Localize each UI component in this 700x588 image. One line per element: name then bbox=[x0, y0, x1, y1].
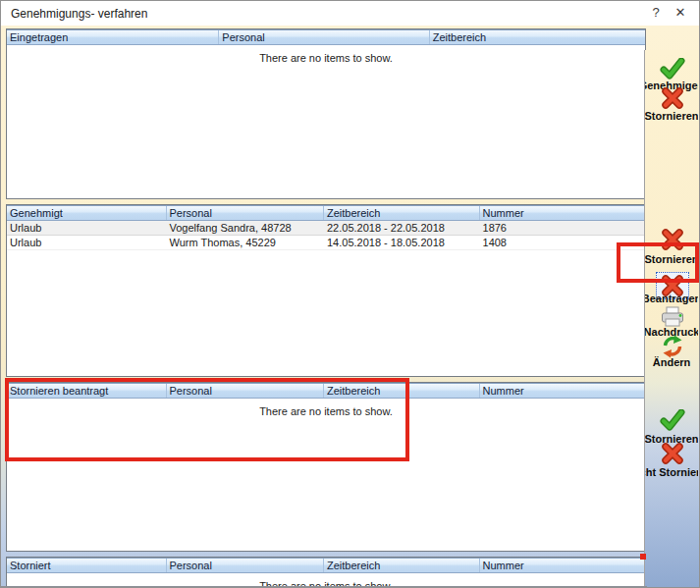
column-header[interactable]: Genehmigt bbox=[7, 206, 167, 220]
column-header[interactable]: Nummer bbox=[480, 384, 645, 398]
column-header[interactable]: Nummer bbox=[480, 559, 645, 572]
column-header[interactable]: Personal bbox=[167, 559, 325, 572]
table-row[interactable]: UrlaubWurm Thomas, 4522914.05.2018 - 18.… bbox=[7, 236, 645, 250]
column-header[interactable]: Zeitbereich bbox=[324, 559, 480, 572]
close-button[interactable]: ✕ bbox=[670, 5, 691, 23]
table-header: GenehmigtPersonalZeitbereichNummer bbox=[7, 205, 645, 221]
sidebar-button-label-beantragen[interactable]: Beantragen bbox=[645, 293, 698, 305]
table-cell: Vogelfang Sandra, 48728 bbox=[167, 221, 325, 235]
approval-window: Genehmigungs- verfahren ? ✕ EingetragenP… bbox=[0, 0, 700, 588]
column-header[interactable]: Storniert bbox=[7, 559, 167, 572]
table-cell: 22.05.2018 - 22.05.2018 bbox=[324, 221, 480, 235]
check-icon-genehmigen[interactable] bbox=[660, 58, 685, 80]
table-genehmigt: GenehmigtPersonalZeitbereichNummerUrlaub… bbox=[6, 204, 646, 377]
column-header[interactable]: Nummer bbox=[480, 206, 645, 220]
table-header: StorniertPersonalZeitbereichNummer bbox=[7, 558, 645, 573]
printer-icon-nachdruck[interactable] bbox=[660, 306, 685, 328]
action-sidebar: GenehmigenStornierenStornierenBeantragen… bbox=[644, 50, 699, 587]
content-area: EingetragenPersonalZeitbereichThere are … bbox=[1, 26, 699, 587]
help-button[interactable]: ? bbox=[645, 5, 667, 23]
sidebar-button-label-aendern[interactable]: Ändern bbox=[645, 356, 698, 369]
column-header[interactable]: Zeitbereich bbox=[430, 30, 645, 44]
column-header[interactable]: Zeitbereich bbox=[324, 206, 480, 220]
cross-icon-nicht-stornieren[interactable] bbox=[661, 443, 684, 464]
column-header[interactable]: Eingetragen bbox=[7, 30, 219, 44]
table-cell: Urlaub bbox=[7, 221, 167, 235]
sidebar-button-label-nicht-stornieren[interactable]: nicht Stornieren bbox=[645, 466, 698, 479]
change-icon-aendern[interactable] bbox=[661, 335, 684, 358]
table-header: EingetragenPersonalZeitbereich bbox=[7, 29, 645, 45]
annotation-rectangle-stornieren-beantragt bbox=[5, 378, 409, 461]
table-storniert: StorniertPersonalZeitbereichNummerThere … bbox=[6, 557, 646, 588]
table-cell: Wurm Thomas, 45229 bbox=[167, 236, 325, 249]
column-header[interactable]: Personal bbox=[167, 206, 325, 220]
titlebar: Genehmigungs- verfahren ? ✕ bbox=[1, 1, 699, 26]
table-cell: 14.05.2018 - 18.05.2018 bbox=[324, 236, 480, 249]
cross-icon-stornieren-top[interactable] bbox=[661, 87, 684, 109]
sidebar-button-label-stornieren-top[interactable]: Stornieren bbox=[645, 110, 698, 123]
annotation-mark-storniert bbox=[640, 554, 646, 560]
annotation-rectangle-beantragen bbox=[617, 242, 699, 283]
empty-message: There are no items to show. bbox=[7, 52, 645, 64]
check-icon-stornieren-lower[interactable] bbox=[660, 409, 685, 431]
table-cell: 1876 bbox=[480, 221, 645, 235]
table-row[interactable]: UrlaubVogelfang Sandra, 4872822.05.2018 … bbox=[7, 221, 645, 236]
table-eingetragen: EingetragenPersonalZeitbereichThere are … bbox=[6, 28, 646, 199]
window-title: Genehmigungs- verfahren bbox=[11, 7, 147, 21]
table-cell: Urlaub bbox=[7, 236, 167, 249]
column-header[interactable]: Personal bbox=[219, 30, 429, 44]
